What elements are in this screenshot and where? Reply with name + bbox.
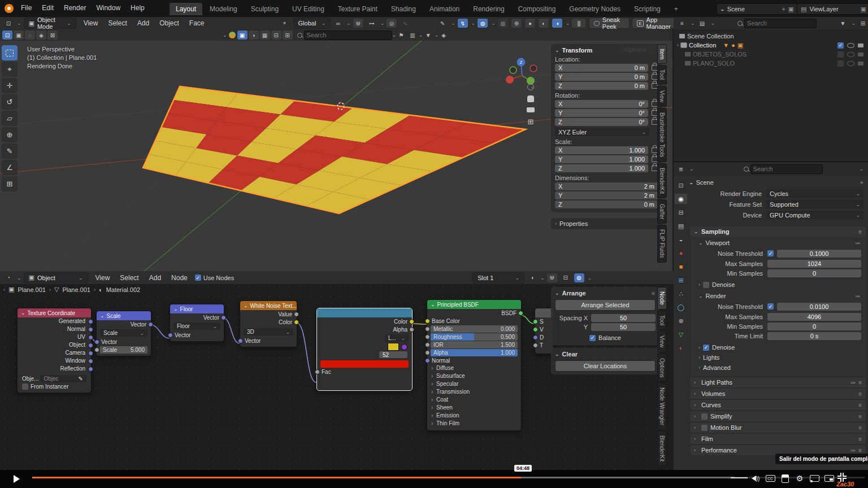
outliner-row-collection[interactable]: › Collection ▼ ● ▣ ✓ [674,41,868,50]
arrange-selected-button[interactable]: Arrange Selected [555,299,656,311]
overlays-icon[interactable]: ◍ [478,19,488,28]
tab-constraints-icon[interactable]: ⊗ [675,316,687,326]
pin-icon[interactable]: ⌖ [860,179,863,186]
workspace-tab-uv-editing[interactable]: UV Editing [286,3,331,15]
menu-help[interactable]: Help [125,2,150,14]
settings-gear-icon[interactable]: ⚙ [793,473,806,483]
clear-panel-header[interactable]: ⌄Clear [555,351,656,358]
viewport-menu-view[interactable]: View [79,17,103,29]
sidebar-tab-item[interactable]: Item [657,44,667,64]
simplify-panel[interactable]: ›Simplify≡ [691,411,866,421]
location-x-field[interactable]: X0 m [555,64,648,72]
disable-render-icon[interactable] [858,62,863,66]
scene-selector[interactable]: ◒ Scene ⌖ ▣ [717,3,798,15]
gizmo-icon[interactable]: ↯ [458,19,468,28]
outliner-row-objetos-solos[interactable]: OBJETOS_SOLOS [674,50,868,59]
hide-eye-icon[interactable] [847,61,854,66]
tab-particles-icon[interactable]: ∴ [675,289,687,299]
workspace-tab-layout[interactable]: Layout [170,3,202,15]
outliner-editor-icon[interactable]: ≡ [677,19,687,28]
sidebar-tab-gaffer[interactable]: Gaffer [657,199,667,224]
tab-viewlayer-icon[interactable]: ▤ [675,221,687,231]
editor-type-icon[interactable]: ⊡ [3,19,14,28]
transcript-icon[interactable] [779,473,791,483]
properties-search-input[interactable] [750,164,823,174]
tab-tool-icon[interactable]: ⊡ [675,180,687,190]
subtitles-icon[interactable]: CC [764,473,776,483]
cast-icon[interactable] [808,473,821,483]
workspace-tab--[interactable]: + [668,3,684,15]
render-engine-dropdown[interactable]: Cycles⌄ [766,189,863,198]
tab-output-icon[interactable]: ⊟ [675,207,687,217]
roughness-slider[interactable]: Roughness0.500 [431,333,518,341]
render-denoise-row[interactable]: ›✓Denoise [691,342,866,352]
viewport-menu-face[interactable]: Face [184,17,210,29]
noise-threshold-checkbox[interactable]: ✓ [767,303,774,310]
rotation-y-field[interactable]: Y0° [555,109,648,117]
ramp-stop-swatch[interactable] [388,343,399,351]
menu-window[interactable]: Window [91,2,125,14]
workspace-tab-modeling[interactable]: Modeling [203,3,244,15]
socket-output-generated[interactable]: Generated [18,317,91,325]
viewport-denoise-row[interactable]: ›Denoise [691,280,866,290]
snap-target-icon[interactable]: ∞ [333,19,343,28]
shading-material-icon[interactable]: ◐ [539,19,549,28]
from-instancer-checkbox[interactable] [22,384,28,390]
outliner-row-plano-solo[interactable]: PLANO_SOLO [674,59,868,68]
tab-material-icon[interactable]: ◐ [675,343,687,353]
socket-output-camera[interactable]: Camera [18,349,91,357]
shader-editor[interactable]: ◔⌄ ▣Object⌄ ViewSelectAddNode ✓ Use Node… [0,271,672,470]
outliner-display-mode-icon[interactable]: ▤ [697,19,708,28]
render-max-samples-field[interactable]: 4096 [767,313,861,321]
snap-with-icon[interactable]: ⊶ [367,19,377,28]
pivot-point-icon[interactable]: ⌖ [280,19,290,28]
rotation-z-field[interactable]: Z0° [555,118,648,126]
shader-tab-options[interactable]: Options [657,354,667,382]
copy-icon[interactable]: ▣ [788,6,794,13]
clear-locations-button[interactable]: Clear Locations [555,360,656,372]
move-tool[interactable]: ✛ [2,78,18,93]
sidebar-tab-tool[interactable]: Tool [657,65,667,84]
viewport-max-samples-field[interactable]: 1024 [767,260,861,268]
render-sampling-header[interactable]: ⌄Render≔ [691,291,866,301]
workspace-tab-rendering[interactable]: Rendering [467,3,510,15]
eyedropper-icon[interactable]: ✎ [79,376,83,382]
exclude-checkbox[interactable] [837,60,844,67]
shader-tab-node[interactable]: Node [657,287,667,310]
app-manager-button[interactable]: E App Manager [632,18,676,29]
viewport-search-input[interactable] [304,30,392,40]
annotate-dropdown-icon[interactable]: ✎ [437,19,448,28]
pin-icon[interactable]: ⌖ [782,6,785,13]
node-white-noise-texture[interactable]: ⌄White Noise Text... Value Color 3D⌄ Vec… [240,300,297,347]
socket-output-normal[interactable]: Normal [18,325,91,333]
node-vector-floor[interactable]: ⌄Floor Vector Floor⌄ Vector [170,304,224,342]
vector-math-op-dropdown[interactable]: Scale⌄ [100,329,147,337]
outliner-row-scene-collection[interactable]: Scene Collection [674,32,868,41]
arrange-panel-header[interactable]: ⌄Arrange≡ [555,290,656,297]
navigation-gizmo[interactable]: Z [502,42,545,85]
sidebar-tab-view[interactable]: View [657,86,667,107]
ortho-grid-icon[interactable]: ⊞ [528,117,534,126]
pip-icon[interactable] [823,473,835,483]
viewport-menu-select[interactable]: Select [103,17,132,29]
workspace-tab-scripting[interactable]: Scripting [628,3,667,15]
shield-icon[interactable]: ◈ [439,30,449,40]
select-mode-pick-icon[interactable]: ⊠ [47,30,58,40]
exclude-checkbox[interactable] [837,51,844,58]
camera-view-icon[interactable] [527,107,535,112]
rotation-x-field[interactable]: X0° [555,100,648,108]
select-box-tool[interactable] [2,45,18,60]
viewport-menu-object[interactable]: Object [154,17,184,29]
time-limit-field[interactable]: 0 s [767,332,861,340]
lights-row[interactable]: ›Lights [691,352,866,363]
ramp-position-field[interactable]: 52 [379,351,407,358]
scale-z-field[interactable]: Z1.000 [555,164,648,172]
spacing-y-field[interactable]: 50 [591,323,656,331]
spacing-x-field[interactable]: 50 [591,314,656,322]
proportional-editing-icon[interactable]: ◎ [387,19,397,28]
bsdf-section-coat[interactable]: Coat [427,396,521,404]
copy-icon[interactable]: ▣ [861,6,866,13]
viewport-shadow-icon[interactable]: ▦ [260,30,270,40]
viewport-denoise-checkbox[interactable] [703,282,709,288]
viewport-min-samples-field[interactable]: 0 [767,269,861,277]
